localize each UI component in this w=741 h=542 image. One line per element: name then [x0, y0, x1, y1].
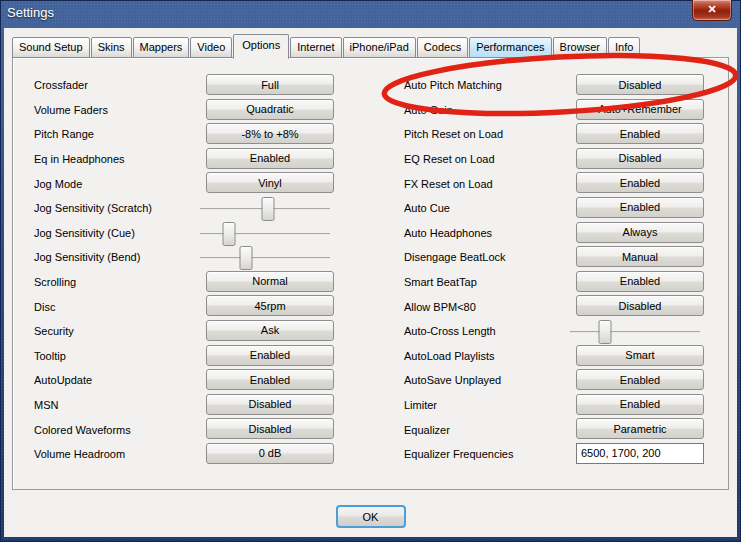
- settings-row: CrossfaderFull: [34, 73, 336, 98]
- dialog-client-area: Sound SetupSkinsMappersVideoOptionsInter…: [4, 28, 737, 537]
- setting-label: EQ Reset on Load: [404, 153, 495, 165]
- settings-row: AutoSave UnplayedEnabled: [404, 368, 706, 393]
- settings-row: Volume Headroom0 dB: [34, 442, 336, 467]
- setting-value-button[interactable]: 45rpm: [206, 295, 334, 316]
- setting-value-button[interactable]: Ask: [206, 320, 334, 341]
- setting-value-button[interactable]: Enabled: [206, 345, 334, 366]
- setting-label: Auto Gain: [404, 104, 453, 116]
- setting-value-button[interactable]: Smart: [576, 345, 704, 366]
- slider-track: [570, 331, 700, 333]
- setting-value-button[interactable]: Disabled: [576, 295, 704, 316]
- setting-value-button[interactable]: Enabled: [576, 271, 704, 292]
- setting-slider[interactable]: [570, 319, 700, 344]
- setting-label: Equalizer: [404, 424, 450, 436]
- setting-value-button[interactable]: Normal: [206, 271, 334, 292]
- title-bar[interactable]: Settings ✕: [0, 0, 741, 28]
- setting-label: Jog Sensitivity (Scratch): [34, 202, 152, 214]
- setting-value-button[interactable]: Disabled: [206, 394, 334, 415]
- tab-mappers[interactable]: Mappers: [133, 37, 190, 58]
- setting-slider[interactable]: [200, 245, 330, 270]
- tab-iphone-ipad[interactable]: iPhone/iPad: [343, 37, 416, 58]
- setting-label: Auto-Cross Length: [404, 325, 496, 337]
- setting-label: Eq in Headphones: [34, 153, 125, 165]
- settings-row: Allow BPM<80Disabled: [404, 294, 706, 319]
- setting-value-button[interactable]: 0 dB: [206, 443, 334, 464]
- settings-column-left: CrossfaderFullVolume FadersQuadraticPitc…: [34, 73, 336, 467]
- setting-value-button[interactable]: Always: [576, 222, 704, 243]
- tab-info[interactable]: Info: [608, 37, 640, 58]
- setting-value-button[interactable]: Disabled: [206, 418, 334, 439]
- setting-value-button[interactable]: Parametric: [576, 418, 704, 439]
- settings-row: ScrollingNormal: [34, 270, 336, 295]
- tab-skins[interactable]: Skins: [91, 37, 132, 58]
- settings-row: Pitch Range-8% to +8%: [34, 122, 336, 147]
- tab-options[interactable]: Options: [233, 34, 289, 59]
- settings-row: AutoUpdateEnabled: [34, 368, 336, 393]
- close-icon: ✕: [707, 3, 716, 15]
- setting-label: Disc: [34, 301, 55, 313]
- setting-label: Jog Sensitivity (Cue): [34, 227, 135, 239]
- setting-label: Pitch Range: [34, 128, 94, 140]
- setting-value-button[interactable]: Enabled: [576, 172, 704, 193]
- setting-label: Scrolling: [34, 276, 76, 288]
- settings-row: Pitch Reset on LoadEnabled: [404, 122, 706, 147]
- settings-row: Disc45rpm: [34, 294, 336, 319]
- settings-row: Jog Sensitivity (Bend): [34, 245, 336, 270]
- tab-codecs[interactable]: Codecs: [417, 37, 468, 58]
- settings-window: Settings ✕ Sound SetupSkinsMappersVideoO…: [0, 0, 741, 542]
- settings-row: Auto-Cross Length: [404, 319, 706, 344]
- setting-text-input[interactable]: [576, 443, 704, 464]
- tab-sound-setup[interactable]: Sound Setup: [12, 37, 90, 58]
- setting-label: Allow BPM<80: [404, 301, 476, 313]
- slider-track: [200, 257, 330, 259]
- settings-row: EqualizerParametric: [404, 417, 706, 442]
- slider-thumb[interactable]: [222, 222, 235, 246]
- settings-row: TooltipEnabled: [34, 344, 336, 369]
- setting-value-button[interactable]: Enabled: [206, 148, 334, 169]
- settings-row: Eq in HeadphonesEnabled: [34, 147, 336, 172]
- settings-row: FX Reset on LoadEnabled: [404, 171, 706, 196]
- setting-value-button[interactable]: Enabled: [576, 197, 704, 218]
- setting-label: Jog Mode: [34, 178, 82, 190]
- slider-thumb[interactable]: [239, 246, 252, 270]
- setting-value-button[interactable]: -8% to +8%: [206, 123, 334, 144]
- slider-thumb[interactable]: [261, 197, 274, 221]
- setting-label: Volume Headroom: [34, 448, 125, 460]
- setting-value-button[interactable]: Quadratic: [206, 99, 334, 120]
- ok-button[interactable]: OK: [336, 505, 406, 528]
- tab-browser[interactable]: Browser: [553, 37, 607, 58]
- settings-row: Volume FadersQuadratic: [34, 98, 336, 123]
- settings-row: Smart BeatTapEnabled: [404, 270, 706, 295]
- setting-value-button[interactable]: Enabled: [206, 369, 334, 390]
- tab-performances[interactable]: Performances: [469, 37, 551, 58]
- setting-value-button[interactable]: Disabled: [576, 148, 704, 169]
- slider-track: [200, 233, 330, 235]
- slider-thumb[interactable]: [599, 320, 612, 344]
- setting-value-button[interactable]: Enabled: [576, 369, 704, 390]
- settings-row: Auto CueEnabled: [404, 196, 706, 221]
- setting-slider[interactable]: [200, 196, 330, 221]
- setting-label: AutoSave Unplayed: [404, 374, 501, 386]
- setting-value-button[interactable]: Full: [206, 74, 334, 95]
- setting-slider[interactable]: [200, 221, 330, 246]
- setting-label: Equalizer Frequencies: [404, 448, 513, 460]
- setting-value-button[interactable]: Enabled: [576, 394, 704, 415]
- settings-row: MSNDisabled: [34, 393, 336, 418]
- setting-value-button[interactable]: Auto+Remember: [576, 99, 704, 120]
- setting-value-button[interactable]: Enabled: [576, 123, 704, 144]
- setting-label: Auto Pitch Matching: [404, 79, 502, 91]
- tab-internet[interactable]: Internet: [290, 37, 341, 58]
- setting-label: MSN: [34, 399, 58, 411]
- setting-value-button[interactable]: Disabled: [576, 74, 704, 95]
- setting-label: Tooltip: [34, 350, 66, 362]
- tab-video[interactable]: Video: [190, 37, 232, 58]
- setting-value-button[interactable]: Manual: [576, 246, 704, 267]
- settings-row: Auto HeadphonesAlways: [404, 221, 706, 246]
- setting-value-button[interactable]: Vinyl: [206, 172, 334, 193]
- settings-row: Jog ModeVinyl: [34, 171, 336, 196]
- settings-row: Auto Pitch MatchingDisabled: [404, 73, 706, 98]
- settings-row: LimiterEnabled: [404, 393, 706, 418]
- close-button[interactable]: ✕: [692, 0, 732, 21]
- setting-label: Smart BeatTap: [404, 276, 477, 288]
- setting-label: AutoUpdate: [34, 374, 92, 386]
